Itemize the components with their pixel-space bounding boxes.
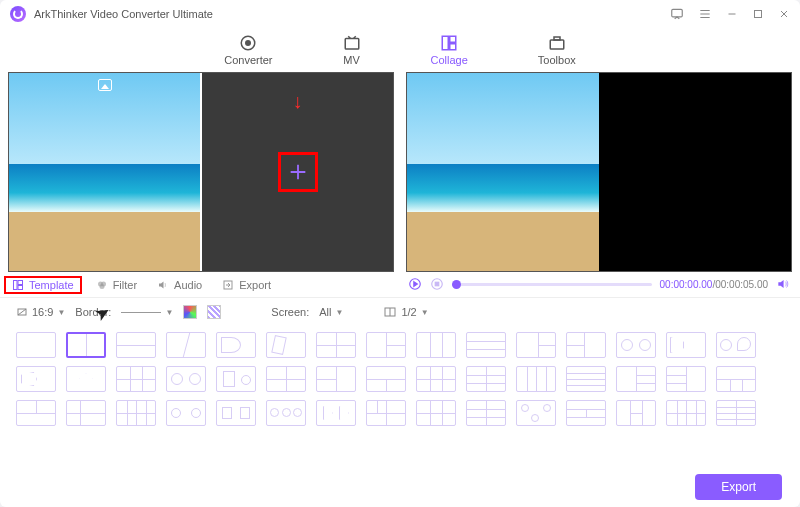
template-item[interactable] (716, 332, 756, 358)
window-controls (670, 7, 790, 21)
nav-converter[interactable]: Converter (224, 34, 272, 66)
template-item[interactable] (166, 332, 206, 358)
template-item[interactable] (316, 366, 356, 392)
nav-collage[interactable]: Collage (431, 34, 468, 66)
nav-toolbox[interactable]: Toolbox (538, 34, 576, 66)
tab-template[interactable]: Template (4, 276, 82, 294)
menu-icon[interactable] (698, 7, 712, 21)
template-item[interactable] (366, 366, 406, 392)
tab-export[interactable]: Export (222, 279, 271, 291)
nav-mv[interactable]: MV (343, 34, 361, 66)
template-item[interactable] (216, 366, 256, 392)
feedback-icon[interactable] (670, 7, 684, 21)
template-item[interactable] (716, 400, 756, 426)
template-options: 16:9 ▼ Border: ▼ Screen: All▼ 1/2 ▼ (0, 298, 800, 326)
template-item[interactable] (616, 400, 656, 426)
template-item[interactable] (566, 332, 606, 358)
template-item[interactable] (216, 332, 256, 358)
collage-slot-1[interactable] (9, 73, 200, 271)
template-item[interactable] (66, 400, 106, 426)
template-item[interactable] (66, 366, 106, 392)
add-media-button[interactable] (278, 152, 318, 192)
template-item[interactable] (516, 366, 556, 392)
template-item[interactable] (166, 400, 206, 426)
svg-point-15 (99, 284, 104, 289)
time-current: 00:00:00.00 (660, 279, 713, 290)
stop-button[interactable] (430, 277, 444, 293)
template-item[interactable] (316, 332, 356, 358)
template-item[interactable] (566, 400, 606, 426)
aspect-select[interactable]: 16:9 ▼ (16, 306, 65, 318)
svg-rect-4 (345, 39, 359, 50)
background-picker[interactable] (207, 305, 221, 319)
app-logo-icon (10, 6, 26, 22)
chevron-down-icon: ▼ (421, 308, 429, 317)
template-item[interactable] (16, 366, 56, 392)
preview-slot-1 (407, 73, 599, 271)
svg-rect-12 (18, 285, 23, 289)
nav-label: MV (343, 54, 360, 66)
template-item[interactable] (266, 366, 306, 392)
template-item[interactable] (366, 400, 406, 426)
template-item[interactable] (616, 366, 656, 392)
template-item[interactable] (266, 332, 306, 358)
tab-label: Audio (174, 279, 202, 291)
template-item[interactable] (116, 366, 156, 392)
chevron-down-icon: ▼ (336, 308, 344, 317)
template-item[interactable] (416, 366, 456, 392)
minimize-icon[interactable] (726, 8, 738, 20)
template-item[interactable] (666, 366, 706, 392)
volume-icon[interactable] (776, 277, 790, 293)
template-item[interactable] (466, 400, 506, 426)
template-item[interactable] (516, 400, 556, 426)
tab-label: Template (29, 279, 74, 291)
svg-rect-10 (14, 280, 18, 289)
template-item[interactable] (66, 332, 106, 358)
template-item[interactable] (466, 366, 506, 392)
template-item[interactable] (666, 332, 706, 358)
template-item[interactable] (666, 400, 706, 426)
nav-label: Collage (431, 54, 468, 66)
edit-area: ↓ (0, 72, 800, 272)
template-item[interactable] (566, 366, 606, 392)
template-item[interactable] (416, 332, 456, 358)
template-item[interactable] (16, 400, 56, 426)
aspect-value: 16:9 (32, 306, 53, 318)
app-title: ArkThinker Video Converter Ultimate (34, 8, 213, 20)
maximize-icon[interactable] (752, 8, 764, 20)
template-item[interactable] (366, 332, 406, 358)
collage-slot-2[interactable]: ↓ (202, 73, 393, 271)
template-item[interactable] (616, 332, 656, 358)
template-item[interactable] (116, 332, 156, 358)
time-display: 00:00:00.00/00:00:05.00 (660, 279, 768, 290)
template-item[interactable] (716, 366, 756, 392)
template-item[interactable] (166, 366, 206, 392)
close-icon[interactable] (778, 8, 790, 20)
preview-panel (406, 72, 792, 272)
svg-rect-8 (550, 40, 564, 49)
template-row (16, 366, 784, 392)
template-item[interactable] (316, 400, 356, 426)
border-style-select[interactable]: ▼ (121, 308, 173, 317)
template-item[interactable] (466, 332, 506, 358)
export-button[interactable]: Export (695, 474, 782, 500)
playback-controls: 00:00:00.00/00:00:05.00 (408, 277, 790, 293)
collage-canvas: ↓ (8, 72, 394, 272)
template-item[interactable] (216, 400, 256, 426)
screen-select[interactable]: All▼ (319, 306, 343, 318)
svg-rect-19 (435, 282, 439, 286)
template-row (16, 400, 784, 426)
split-select[interactable]: 1/2 ▼ (383, 306, 428, 318)
tab-filter[interactable]: Filter (96, 279, 137, 291)
template-item[interactable] (266, 400, 306, 426)
seek-slider[interactable] (452, 283, 652, 286)
border-color-picker[interactable] (183, 305, 197, 319)
template-item[interactable] (116, 400, 156, 426)
play-button[interactable] (408, 277, 422, 293)
template-item[interactable] (516, 332, 556, 358)
tab-label: Export (239, 279, 271, 291)
template-item[interactable] (416, 400, 456, 426)
template-item[interactable] (16, 332, 56, 358)
tab-audio[interactable]: Audio (157, 279, 202, 291)
footer: Export (0, 467, 800, 507)
